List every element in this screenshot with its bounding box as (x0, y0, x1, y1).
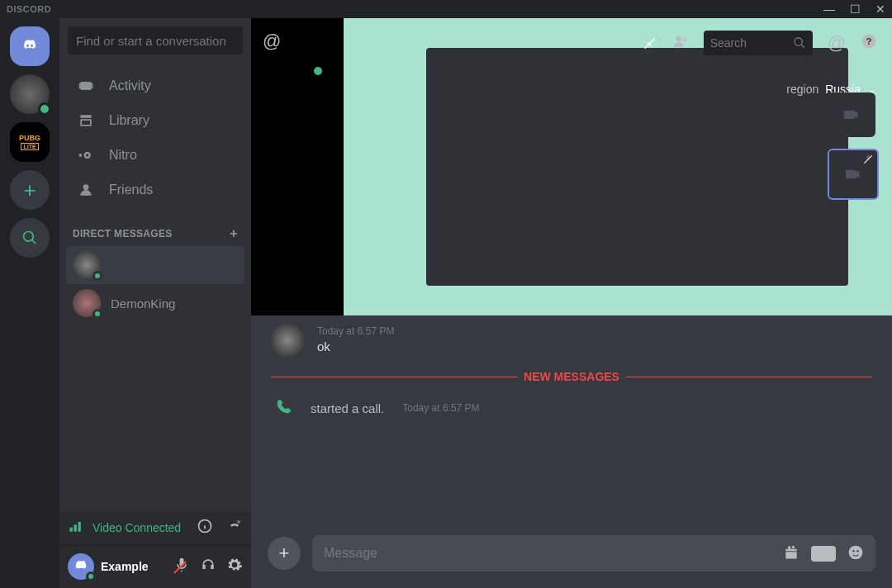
attach-button[interactable]: + (268, 537, 301, 570)
server-pubg[interactable]: PUBG LITE (10, 122, 50, 162)
message-input-wrap: GIF (312, 535, 875, 571)
svg-point-13 (849, 545, 863, 559)
dm-item-2[interactable]: DemonKing (66, 284, 244, 322)
app-name: DISCORD (7, 4, 51, 14)
mic-muted-icon (862, 154, 874, 168)
avatar[interactable] (271, 324, 304, 357)
explore-server-button[interactable] (10, 218, 50, 258)
disconnect-icon[interactable]: × (226, 518, 243, 538)
gif-button[interactable]: GIF (811, 546, 836, 562)
new-dm-button[interactable]: + (230, 226, 238, 241)
mute-button[interactable] (173, 557, 190, 576)
dm-header: DIRECT MESSAGES + (59, 213, 251, 246)
self-username: Example (101, 560, 149, 573)
video-call-overlay: @ @ ? region Russia ⌄ (251, 18, 892, 315)
dm-item-1[interactable] (66, 246, 244, 284)
svg-rect-3 (70, 528, 73, 532)
svg-rect-4 (74, 524, 77, 531)
online-dot (314, 67, 322, 75)
new-messages-divider: NEW MESSAGES (271, 370, 872, 383)
overlay-search[interactable] (704, 31, 813, 55)
camera-icon (843, 107, 860, 123)
message-item: Today at 6:57 PM ok (271, 324, 872, 357)
call-text: started a call. (311, 401, 384, 415)
gift-icon[interactable] (783, 544, 799, 563)
call-started-row: started a call. Today at 6:57 PM (271, 398, 872, 418)
server-item-1[interactable] (10, 74, 50, 114)
nitro-icon (76, 147, 96, 164)
settings-button[interactable] (226, 557, 243, 576)
online-dot (86, 571, 96, 581)
avatar (73, 289, 101, 317)
composer-row: + GIF (251, 535, 892, 588)
screen-share-view[interactable] (344, 18, 892, 315)
message-text: ok (317, 339, 394, 353)
library-icon (76, 112, 96, 129)
titlebar: DISCORD — ☐ ✕ (0, 0, 892, 18)
maximize-button[interactable]: ☐ (850, 3, 861, 15)
call-timestamp: Today at 6:57 PM (402, 402, 479, 414)
svg-point-15 (856, 550, 859, 552)
svg-point-14 (852, 550, 855, 552)
info-icon[interactable] (197, 518, 213, 538)
svg-text:×: × (237, 518, 241, 526)
search-icon (793, 36, 806, 50)
window-controls: — ☐ ✕ (823, 3, 885, 15)
discord-icon (21, 38, 38, 55)
minimize-button[interactable]: — (823, 3, 835, 15)
overlay-search-input[interactable] (710, 36, 793, 50)
online-dot (38, 102, 51, 116)
message-input[interactable] (324, 546, 771, 561)
emoji-icon[interactable] (847, 544, 864, 563)
mentions-icon[interactable]: @ (828, 32, 846, 54)
nav-library[interactable]: Library (66, 104, 244, 137)
close-button[interactable]: ✕ (875, 3, 885, 15)
deafen-button[interactable] (200, 557, 216, 576)
participant-tile-self[interactable] (828, 149, 879, 200)
controller-icon (76, 78, 96, 94)
svg-rect-2 (79, 154, 82, 156)
server-list: PUBG LITE + (0, 18, 59, 588)
home-server[interactable] (10, 26, 50, 66)
add-server-button[interactable]: + (10, 170, 50, 210)
mention-icon[interactable]: @ (263, 31, 281, 52)
nav-nitro[interactable]: Nitro (66, 139, 244, 172)
voice-status-panel: Video Connected × (59, 511, 251, 545)
friends-icon (76, 182, 96, 198)
svg-point-1 (86, 154, 88, 156)
chat-area: @ @ ? region Russia ⌄ (251, 18, 892, 588)
nav-activity[interactable]: Activity (66, 69, 244, 102)
nav-friends[interactable]: Friends (66, 173, 244, 206)
online-dot (93, 271, 102, 281)
user-panel: Example (59, 545, 251, 588)
svg-text:?: ? (866, 36, 871, 46)
camera-icon (845, 166, 861, 183)
search-icon (21, 230, 38, 246)
conversation-search-input[interactable] (68, 26, 243, 55)
self-avatar[interactable] (68, 553, 94, 580)
help-icon[interactable]: ? (861, 33, 877, 53)
message-timestamp: Today at 6:57 PM (317, 325, 394, 337)
online-dot (93, 309, 102, 319)
dm-sidebar: Activity Library Nitro Friends DIRECT ME… (59, 18, 251, 588)
avatar (73, 251, 101, 279)
pin-icon[interactable] (641, 33, 657, 53)
phone-icon (276, 398, 292, 418)
svg-rect-5 (78, 522, 81, 532)
discord-icon (74, 559, 88, 574)
participant-tile-1[interactable] (828, 92, 875, 137)
signal-icon (68, 518, 84, 538)
add-friend-icon[interactable] (672, 33, 689, 53)
voice-status-label: Video Connected (93, 521, 183, 534)
